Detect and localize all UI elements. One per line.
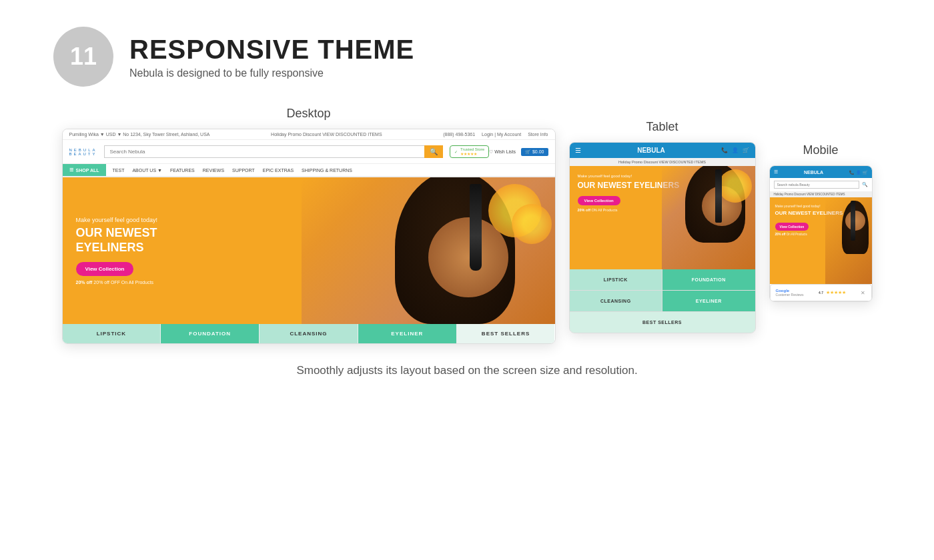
desktop-wrapper: Desktop Pumiling Wika ▼ USD ▼ No 1234, S… bbox=[62, 107, 556, 344]
tablet-icons: 📞 👤 🛒 bbox=[721, 147, 749, 153]
mobile-search-icon[interactable]: 🔍 bbox=[862, 182, 868, 187]
desktop-hero-text: Make yourself feel good today! OUR NEWES… bbox=[76, 217, 158, 285]
number-badge: 11 bbox=[53, 27, 113, 87]
cat-cleansing[interactable]: CLEANSING bbox=[260, 324, 358, 343]
topbar-store[interactable]: Store Info bbox=[528, 132, 548, 137]
mobile-wrapper: Mobile ☰ NEBULA 📞 👤 🛒 🔍 Holiday Promo Di… bbox=[769, 143, 873, 302]
mobile-frame: ☰ NEBULA 📞 👤 🛒 🔍 Holiday Promo Discount … bbox=[769, 165, 873, 302]
user-icon[interactable]: 👤 bbox=[732, 147, 739, 153]
desktop-search-bar[interactable]: 🔍 bbox=[104, 145, 444, 158]
desktop-categories: LIPSTICK FOUNDATION CLEANSING EYELINER B… bbox=[63, 324, 555, 343]
check-icon: ✓ bbox=[454, 149, 458, 154]
mobile-promo: Holiday Promo Discount VIEW DISCOUNTED I… bbox=[770, 191, 872, 197]
menu-items: TEST ABOUT US ▼ FEATURES REVIEWS SUPPORT… bbox=[106, 165, 359, 176]
rating-number: 4.7 bbox=[819, 291, 823, 295]
review-info: Google Customer Reviews bbox=[776, 289, 804, 297]
page-title: RESPONSIVE THEME bbox=[129, 35, 414, 65]
desktop-hero: Make yourself feel good today! OUR NEWES… bbox=[63, 177, 555, 324]
desktop-topbar-left: Pumiling Wika ▼ USD ▼ No 1234, Sky Tower… bbox=[69, 132, 210, 137]
trusted-stars: ★★★★★ bbox=[460, 151, 484, 156]
desktop-navbar-right: ♡ Wish Lists 🛒 $0.00 bbox=[489, 148, 548, 156]
desktop-topbar: Pumiling Wika ▼ USD ▼ No 1234, Sky Tower… bbox=[63, 129, 555, 140]
desktop-hero-model bbox=[302, 177, 555, 324]
tablet-cat-best-sellers[interactable]: BEST SELLERS bbox=[570, 312, 755, 333]
menu-item-about[interactable]: ABOUT US ▼ bbox=[132, 168, 162, 173]
menu-shop-all[interactable]: ☰ SHOP ALL bbox=[63, 164, 106, 176]
menu-item-shipping[interactable]: SHIPPING & RETURNS bbox=[302, 168, 352, 173]
tablet-cat-foundation[interactable]: FOUNDATION bbox=[662, 269, 755, 290]
mobile-user-icon[interactable]: 👤 bbox=[856, 170, 861, 175]
footer-text: Smoothly adjusts its layout based on the… bbox=[0, 344, 934, 397]
logo-sub: BEAUTY bbox=[69, 152, 97, 156]
tablet-logo: NEBULA bbox=[637, 147, 665, 154]
desktop-menu: ☰ SHOP ALL TEST ABOUT US ▼ FEATURES REVI… bbox=[63, 164, 555, 177]
mobile-label: Mobile bbox=[803, 143, 838, 157]
header-section: 11 RESPONSIVE THEME Nebula is designed t… bbox=[0, 0, 934, 107]
cat-lipstick[interactable]: LIPSTICK bbox=[63, 324, 161, 343]
wish-lists[interactable]: ♡ Wish Lists bbox=[489, 149, 516, 155]
desktop-frame: Pumiling Wika ▼ USD ▼ No 1234, Sky Tower… bbox=[62, 129, 556, 344]
topbar-promo: Holiday Promo Discount VIEW DISCOUNTED I… bbox=[271, 132, 382, 137]
trusted-badge: ✓ Trusted Store ★★★★★ bbox=[450, 145, 489, 158]
mobile-hamburger-icon[interactable]: ☰ bbox=[774, 169, 778, 175]
mobile-search-input[interactable] bbox=[774, 181, 859, 189]
mobile-phone-icon[interactable]: 📞 bbox=[849, 170, 854, 175]
desktop-hero-cta[interactable]: View Collection bbox=[76, 262, 134, 276]
desktop-search-button[interactable]: 🔍 bbox=[424, 145, 443, 158]
desktop-search-input[interactable] bbox=[104, 145, 425, 158]
review-stars: ★★★★★ bbox=[826, 290, 846, 295]
google-review: Google Customer Reviews 4.7 ★★★★★ ✕ bbox=[770, 284, 872, 301]
menu-item-test[interactable]: TEST bbox=[113, 168, 125, 173]
logo-text: NEBULA bbox=[69, 148, 97, 152]
hero-title: OUR NEWEST EYELINERS bbox=[76, 226, 158, 255]
mobile-hero: Make yourself feel good today! OUR NEWES… bbox=[770, 197, 872, 284]
tablet-label: Tablet bbox=[646, 120, 678, 134]
tablet-categories: LIPSTICK FOUNDATION CLEANSING EYELINER B… bbox=[570, 269, 755, 333]
review-rating: 4.7 ★★★★★ bbox=[819, 290, 846, 295]
cat-best-sellers[interactable]: BEST SELLERS bbox=[457, 324, 555, 343]
desktop-label: Desktop bbox=[286, 107, 330, 121]
menu-item-support[interactable]: SUPPORT bbox=[232, 168, 255, 173]
mobile-topbar: ☰ NEBULA 📞 👤 🛒 bbox=[770, 166, 872, 178]
tablet-promo: Holiday Promo Discount VIEW DISCOUNTED I… bbox=[570, 158, 755, 166]
menu-item-extras[interactable]: EPIC EXTRAS bbox=[263, 168, 294, 173]
mobile-logo: NEBULA bbox=[804, 170, 823, 175]
mobile-cart-icon[interactable]: 🛒 bbox=[863, 170, 867, 175]
number-text: 11 bbox=[70, 43, 97, 71]
page-subtitle: Nebula is designed to be fully responsiv… bbox=[129, 67, 414, 79]
tablet-wrapper: Tablet ☰ NEBULA 📞 👤 🛒 Holiday Promo Disc… bbox=[569, 120, 756, 333]
review-close-button[interactable]: ✕ bbox=[861, 290, 865, 296]
cart-icon[interactable]: 🛒 bbox=[743, 147, 749, 153]
cat-eyeliner[interactable]: EYELINER bbox=[358, 324, 457, 343]
mobile-search-bar[interactable]: 🔍 bbox=[770, 178, 872, 191]
menu-item-features[interactable]: FEATURES bbox=[170, 168, 195, 173]
hero-tagline: Make yourself feel good today! bbox=[76, 217, 158, 223]
hero-promo: 20% off 20% off OFF On All Products bbox=[76, 280, 158, 285]
tablet-frame: ☰ NEBULA 📞 👤 🛒 Holiday Promo Discount VI… bbox=[569, 142, 756, 333]
topbar-login[interactable]: Login | My Account bbox=[482, 132, 521, 137]
cart-button[interactable]: 🛒 $0.00 bbox=[521, 148, 548, 156]
tablet-cat-lipstick[interactable]: LIPSTICK bbox=[570, 269, 662, 290]
tablet-cat-cleansing[interactable]: CLEANSING bbox=[570, 291, 662, 311]
desktop-topbar-right: (888) 498-5361 Login | My Account Store … bbox=[443, 132, 548, 137]
tablet-cat-eyeliner[interactable]: EYELINER bbox=[662, 291, 755, 311]
mobile-icons: 📞 👤 🛒 bbox=[849, 170, 867, 175]
review-label: Customer Reviews bbox=[776, 293, 804, 297]
cat-foundation[interactable]: FOUNDATION bbox=[161, 324, 260, 343]
devices-section: Desktop Pumiling Wika ▼ USD ▼ No 1234, S… bbox=[0, 107, 934, 344]
hamburger-icon[interactable]: ☰ bbox=[575, 147, 581, 154]
topbar-location: Pumiling Wika ▼ USD ▼ No 1234, Sky Tower… bbox=[69, 132, 210, 137]
tablet-hero: Make yourself feel good today! OUR NEWES… bbox=[570, 166, 755, 269]
topbar-phone: (888) 498-5361 bbox=[443, 132, 475, 137]
tablet-topbar: ☰ NEBULA 📞 👤 🛒 bbox=[570, 143, 755, 158]
desktop-navbar: NEBULA BEAUTY 🔍 ✓ Trusted Store ★★★★★ ♡ … bbox=[63, 140, 555, 164]
mobile-hero-cta[interactable]: View Collection bbox=[775, 223, 809, 231]
phone-icon[interactable]: 📞 bbox=[721, 147, 728, 153]
desktop-logo: NEBULA BEAUTY bbox=[69, 148, 97, 156]
menu-item-reviews[interactable]: REVIEWS bbox=[203, 168, 224, 173]
tablet-hero-cta[interactable]: View Collection bbox=[578, 196, 620, 205]
title-block: RESPONSIVE THEME Nebula is designed to b… bbox=[129, 35, 414, 79]
